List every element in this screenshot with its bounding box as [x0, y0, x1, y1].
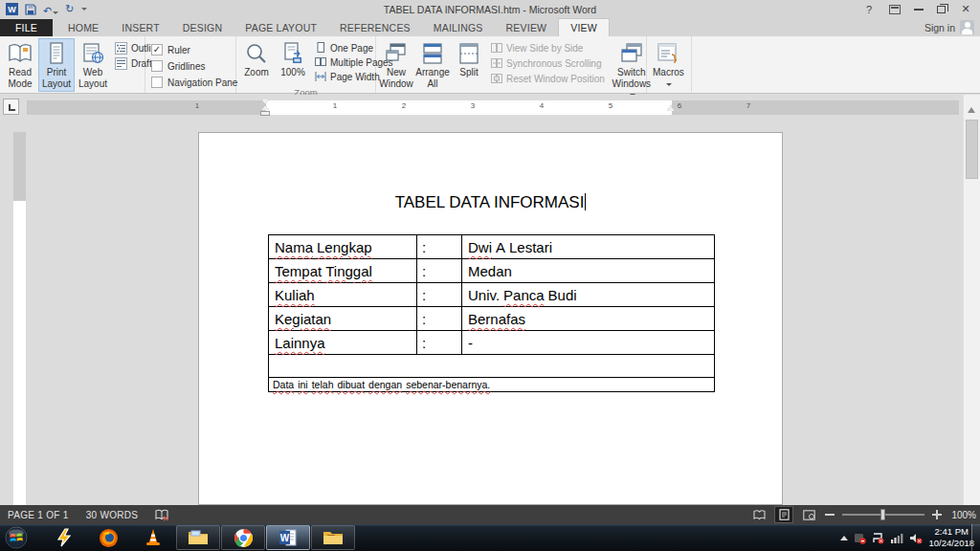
ruler-checkbox[interactable]: ✓ Ruler [151, 44, 237, 55]
word-taskbar-item[interactable]: W [266, 525, 310, 550]
ribbon-display-options-icon[interactable] [889, 5, 901, 14]
action-center-tray-icon[interactable] [872, 532, 884, 544]
row-value-cell[interactable]: DwiALestari [462, 235, 714, 258]
ribbon-group-views: Read Mode Print Layout Web Layout Outlin… [0, 36, 145, 93]
data-table[interactable]: NamaLengkap:DwiALestariTempatTinggal:Med… [268, 234, 715, 392]
print-layout-button[interactable]: Print Layout [38, 38, 75, 92]
undo-button[interactable]: ↶ [43, 1, 58, 18]
zoom-level[interactable]: 100% [949, 510, 976, 520]
table-footer-note[interactable]: Datainitelahdibuatdengansebenar-benarnya… [269, 378, 714, 391]
save-icon[interactable] [25, 4, 36, 15]
reset-position-icon [491, 73, 502, 84]
left-indent-marker[interactable] [260, 99, 271, 116]
read-mode-small-icon [753, 510, 766, 520]
minimize-button[interactable] [914, 9, 924, 11]
tab-page-layout[interactable]: PAGE LAYOUT [234, 19, 328, 36]
zoom-out-button[interactable] [825, 514, 835, 516]
page-indicator[interactable]: PAGE 1 OF 1 [8, 510, 69, 520]
customize-qat-icon[interactable] [81, 8, 87, 11]
vlc-taskbar-item[interactable] [142, 527, 165, 548]
row-label-cell[interactable]: Kuliah [269, 283, 417, 306]
chrome-icon [234, 528, 254, 548]
zoom-in-button[interactable] [932, 510, 942, 519]
table-empty-row[interactable] [269, 355, 714, 378]
new-window-button[interactable]: New Window [378, 38, 414, 102]
network-tray-icon[interactable] [890, 532, 903, 544]
document-page[interactable]: TABEL DATA INFORMASI NamaLengkap:DwiALes… [198, 132, 783, 505]
redo-button[interactable]: ↻ [65, 3, 74, 15]
navigation-pane-checkbox[interactable]: Navigation Pane [151, 77, 237, 88]
page-100-icon [280, 42, 305, 65]
tab-insert[interactable]: INSERT [110, 19, 171, 36]
row-separator-cell[interactable]: : [417, 235, 462, 258]
zoom-slider-thumb[interactable] [880, 509, 885, 520]
help-button[interactable]: ? [862, 4, 876, 15]
web-layout-button[interactable]: Web Layout [75, 38, 111, 92]
right-indent-marker[interactable] [667, 105, 675, 111]
status-bar: PAGE 1 OF 1 30 WORDS 100% [0, 505, 980, 524]
vertical-ruler[interactable] [13, 132, 26, 505]
proofing-errors-icon[interactable] [155, 509, 168, 521]
restore-button[interactable] [937, 6, 946, 13]
word-logo-icon: W [6, 3, 18, 15]
tab-file[interactable]: FILE [0, 19, 53, 36]
ruler-number: 4 [540, 101, 544, 110]
undo-dropdown-icon[interactable] [53, 11, 58, 14]
tab-home[interactable]: HOME [56, 19, 110, 36]
table-row: TempatTinggal:Medan [269, 259, 714, 283]
close-button[interactable]: ✕ [959, 3, 972, 15]
firefox-taskbar-item[interactable] [97, 527, 120, 548]
volume-muted-tray-icon[interactable] [909, 532, 923, 544]
zoom-slider[interactable] [842, 514, 924, 516]
document-title[interactable]: TABEL DATA INFORMASI [199, 193, 782, 212]
row-value-cell[interactable]: Univ.PancaBudi [462, 283, 714, 306]
show-desktop-button[interactable] [971, 524, 980, 551]
row-label-cell[interactable]: Kegiatan [269, 307, 417, 330]
tab-design[interactable]: DESIGN [171, 19, 234, 36]
zoom-100-button[interactable]: 100% [275, 38, 311, 86]
antivirus-tray-icon[interactable] [854, 532, 866, 544]
arrange-all-button[interactable]: Arrange All [414, 38, 451, 102]
row-value-cell[interactable]: - [462, 331, 714, 354]
tab-review[interactable]: REVIEW [495, 19, 559, 36]
row-label-cell[interactable]: Lainnya [269, 331, 417, 354]
row-value-cell[interactable]: Medan [462, 259, 714, 282]
chrome-taskbar-item[interactable] [221, 525, 265, 550]
explorer-taskbar-item[interactable] [176, 525, 220, 550]
zoom-button[interactable]: Zoom [238, 38, 275, 86]
winamp-taskbar-item[interactable] [53, 527, 76, 548]
folder-taskbar-item[interactable] [311, 525, 355, 550]
tab-references[interactable]: REFERENCES [328, 19, 422, 36]
checkbox-icon [151, 77, 163, 88]
row-separator-cell[interactable]: : [417, 331, 462, 354]
row-label-cell[interactable]: NamaLengkap [269, 235, 417, 258]
gridlines-checkbox[interactable]: Gridlines [151, 60, 237, 72]
row-separator-cell[interactable]: : [417, 307, 462, 330]
row-value-cell[interactable]: Bernafas [462, 307, 714, 330]
word-count[interactable]: 30 WORDS [86, 510, 139, 520]
synchronous-scrolling-button: Synchronous Scrolling [491, 57, 605, 69]
tab-selector-button[interactable] [3, 99, 19, 115]
status-web-layout-button[interactable] [800, 507, 817, 522]
row-label-cell[interactable]: TempatTinggal [269, 259, 417, 282]
tab-mailings[interactable]: MAILINGS [422, 19, 495, 36]
status-print-layout-button[interactable] [775, 507, 792, 522]
horizontal-ruler[interactable]: 11234567 [27, 100, 959, 115]
row-separator-cell[interactable]: : [417, 283, 462, 306]
scrollbar-thumb[interactable] [966, 120, 978, 179]
show-hidden-icons-button[interactable] [840, 536, 848, 540]
macros-button[interactable]: Macros [649, 38, 688, 92]
start-button[interactable] [5, 527, 28, 548]
tab-view[interactable]: VIEW [558, 18, 610, 36]
ruler-number: 7 [746, 101, 750, 110]
scroll-up-icon[interactable] [968, 107, 975, 113]
sign-in[interactable]: Sign in [924, 20, 974, 34]
status-read-mode-button[interactable] [750, 507, 768, 522]
vertical-scrollbar[interactable] [963, 95, 980, 505]
split-button[interactable]: Split [451, 38, 487, 102]
row-separator-cell[interactable]: : [417, 259, 462, 282]
window-title: TABEL DATA INFORMASI.htm - Microsoft Wor… [0, 4, 980, 15]
ribbon: Read Mode Print Layout Web Layout Outlin… [0, 36, 980, 94]
svg-text:W: W [280, 533, 290, 543]
read-mode-button[interactable]: Read Mode [2, 38, 38, 92]
